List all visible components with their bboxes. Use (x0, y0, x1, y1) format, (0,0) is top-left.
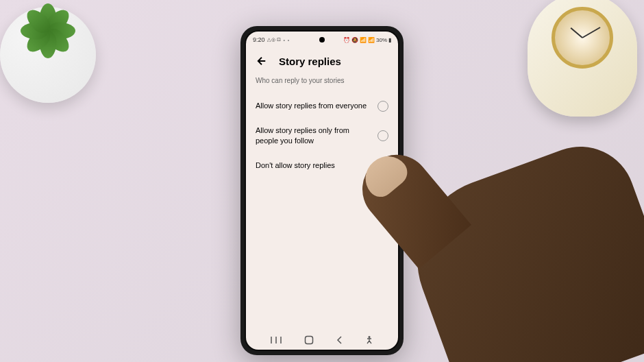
home-icon (304, 335, 314, 345)
nav-home-button[interactable] (304, 335, 314, 345)
radio-button[interactable] (377, 130, 388, 141)
status-signal-icon: 📶 (368, 37, 375, 43)
status-time: 9:20 (253, 36, 265, 43)
status-mute-icon: 🔕 (351, 37, 358, 43)
hand-pointing (397, 110, 644, 362)
page-header: Story replies (246, 48, 398, 74)
option-label: Don't allow story replies (256, 160, 335, 171)
back-icon (336, 335, 343, 345)
nav-accessibility-button[interactable] (365, 335, 373, 345)
svg-rect-3 (305, 337, 312, 344)
status-alarm-icon: ⏰ (343, 37, 350, 43)
phone-frame: 9:20 △ ◎ ⊡ • • ⏰ 🔕 📶 📶 30% ▮ (240, 26, 404, 355)
plant-decoration (0, 0, 116, 117)
camera-cutout (319, 37, 325, 43)
svg-point-4 (368, 336, 370, 338)
section-subtitle: Who can reply to your stories (256, 77, 388, 84)
nav-recents-button[interactable] (271, 335, 282, 345)
status-battery-text: 30% (376, 37, 387, 43)
navigation-bar (246, 330, 398, 350)
back-button[interactable] (256, 55, 268, 67)
option-label: Allow story replies only from people you… (256, 125, 372, 147)
recents-icon (271, 335, 282, 345)
settings-content: Who can reply to your stories Allow stor… (246, 74, 398, 330)
radio-button[interactable] (377, 101, 388, 112)
phone-screen: 9:20 △ ◎ ⊡ • • ⏰ 🔕 📶 📶 30% ▮ (246, 32, 398, 350)
option-label: Allow story replies from everyone (256, 101, 367, 111)
status-notification-icons: △ ◎ ⊡ (267, 37, 282, 43)
accessibility-icon (365, 335, 373, 345)
status-overflow-dots: • • (283, 38, 290, 43)
radio-button-selected[interactable] (377, 160, 388, 171)
clock-decoration (528, 0, 644, 130)
nav-back-button[interactable] (336, 335, 343, 345)
status-battery-icon: ▮ (388, 37, 391, 43)
option-allow-everyone[interactable]: Allow story replies from everyone (256, 94, 388, 119)
status-wifi-icon: 📶 (360, 37, 367, 43)
arrow-left-icon (256, 55, 268, 67)
option-allow-following[interactable]: Allow story replies only from people you… (256, 119, 388, 154)
option-dont-allow[interactable]: Don't allow story replies (256, 154, 388, 178)
page-title: Story replies (279, 56, 341, 67)
